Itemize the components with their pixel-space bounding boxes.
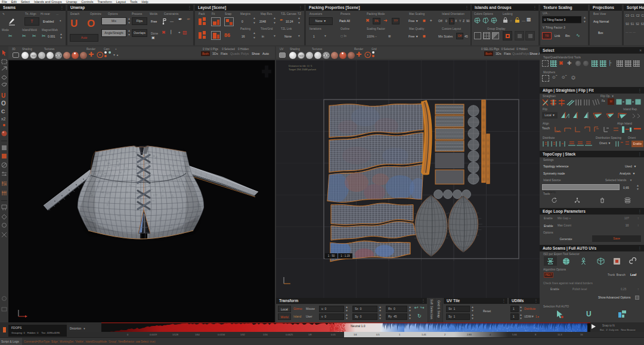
svg-text:O: O bbox=[1, 100, 6, 107]
svg-text:U: U bbox=[1, 92, 5, 99]
svg-text:x2: x2 bbox=[1, 117, 6, 121]
svg-text:C: C bbox=[1, 108, 5, 114]
